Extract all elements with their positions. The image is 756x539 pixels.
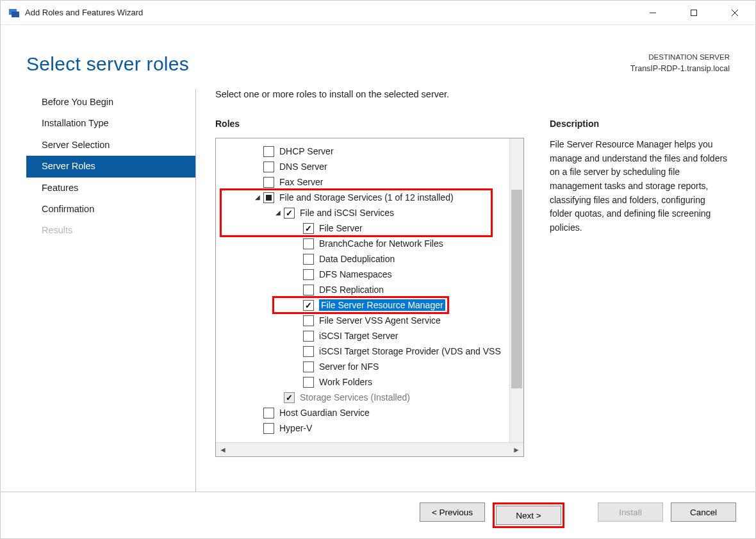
role-label[interactable]: DNS Server — [279, 162, 327, 172]
roles-tree: ▶DHCP Server▶DNS Server▶Fax Server◢File … — [215, 138, 524, 457]
nav-sidebar: Before You BeginInstallation TypeServer … — [26, 89, 196, 492]
destination-server: TransIP-RDP-1.transip.local — [630, 63, 730, 75]
role-label[interactable]: DHCP Server — [279, 146, 334, 156]
role-label[interactable]: Server for NFS — [319, 361, 379, 372]
checkbox[interactable] — [303, 331, 314, 342]
checkbox[interactable] — [303, 285, 314, 295]
checkbox[interactable] — [303, 361, 314, 372]
role-label[interactable]: DFS Namespaces — [319, 269, 392, 279]
role-row[interactable]: ◢File and iSCSI Services — [216, 205, 509, 220]
role-label[interactable]: File and iSCSI Services — [300, 208, 394, 218]
checkbox[interactable] — [303, 269, 314, 280]
columns: Roles ▶DHCP Server▶DNS Server▶Fax Server… — [215, 119, 730, 492]
role-row[interactable]: ▶Work Folders — [216, 374, 509, 390]
previous-button[interactable]: < Previous — [420, 502, 485, 522]
header: Select server roles DESTINATION SERVER T… — [1, 25, 755, 80]
checkbox[interactable] — [263, 423, 274, 434]
role-row[interactable]: ▶DNS Server — [216, 159, 509, 174]
next-button[interactable]: Next > — [496, 506, 561, 525]
role-label[interactable]: Work Folders — [319, 377, 372, 387]
svg-rect-3 — [691, 10, 697, 15]
vertical-scrollbar[interactable] — [509, 138, 523, 442]
role-row[interactable]: ▶DFS Namespaces — [216, 267, 509, 282]
install-button: Install — [598, 502, 663, 522]
roles-heading: Roles — [215, 119, 524, 129]
description-text: File Server Resource Manager helps you m… — [550, 138, 730, 235]
role-label[interactable]: File Server Resource Manager — [319, 299, 445, 311]
instruction-text: Select one or more roles to install on t… — [215, 89, 730, 99]
destination-block: DESTINATION SERVER TransIP-RDP-1.transip… — [630, 52, 730, 75]
role-label[interactable]: File and Storage Services (1 of 12 insta… — [279, 192, 454, 203]
role-row[interactable]: ▶Hyper-V — [216, 420, 509, 436]
window-controls — [632, 1, 755, 25]
checkbox[interactable] — [263, 408, 274, 419]
caret-icon[interactable]: ◢ — [274, 209, 283, 216]
role-row[interactable]: ▶iSCSI Target Storage Provider (VDS and … — [216, 344, 509, 359]
role-label[interactable]: iSCSI Target Server — [319, 331, 398, 341]
checkbox[interactable] — [263, 192, 274, 203]
scrollbar-thumb[interactable] — [511, 190, 522, 388]
role-row[interactable]: ▶DFS Replication — [216, 282, 509, 297]
roles-column: Roles ▶DHCP Server▶DNS Server▶Fax Server… — [215, 119, 524, 492]
scroll-right-icon[interactable]: ► — [509, 443, 523, 457]
role-label[interactable]: Data Deduplication — [319, 254, 395, 264]
cancel-button[interactable]: Cancel — [671, 502, 736, 522]
role-row[interactable]: ▶Server for NFS — [216, 359, 509, 374]
nav-item-before-you-begin[interactable]: Before You Begin — [26, 92, 195, 113]
caret-icon[interactable]: ◢ — [253, 194, 262, 201]
titlebar: Add Roles and Features Wizard — [1, 1, 755, 25]
role-row[interactable]: ▶iSCSI Target Server — [216, 328, 509, 344]
checkbox[interactable] — [263, 177, 274, 188]
close-button[interactable] — [714, 1, 755, 25]
role-row[interactable]: ▶File Server — [216, 220, 509, 236]
role-label[interactable]: Host Guardian Service — [279, 408, 370, 418]
nav-item-features[interactable]: Features — [26, 178, 195, 199]
role-row[interactable]: ▶Fax Server — [216, 174, 509, 190]
checkbox[interactable] — [303, 300, 314, 311]
role-row[interactable]: ▶File Server Resource Manager — [216, 297, 509, 313]
role-label[interactable]: DFS Replication — [319, 285, 384, 295]
role-row[interactable]: ▶Host Guardian Service — [216, 405, 509, 420]
button-bar: < Previous Next > Install Cancel — [1, 492, 755, 538]
role-label[interactable]: Fax Server — [279, 177, 323, 187]
role-label[interactable]: File Server VSS Agent Service — [319, 315, 441, 326]
checkbox[interactable] — [263, 162, 274, 172]
role-row[interactable]: ▶BranchCache for Network Files — [216, 236, 509, 251]
nav-item-results: Results — [26, 220, 195, 241]
nav-item-installation-type[interactable]: Installation Type — [26, 113, 195, 134]
role-row[interactable]: ▶Storage Services (Installed) — [216, 390, 509, 405]
checkbox[interactable] — [303, 223, 314, 234]
nav-item-confirmation[interactable]: Confirmation — [26, 199, 195, 220]
role-label[interactable]: Storage Services (Installed) — [300, 392, 410, 402]
role-label[interactable]: BranchCache for Network Files — [319, 238, 443, 249]
nav-item-server-selection[interactable]: Server Selection — [26, 135, 195, 156]
horizontal-scrollbar[interactable]: ◄ ► — [216, 442, 523, 456]
role-label[interactable]: iSCSI Target Storage Provider (VDS and V… — [319, 346, 501, 356]
role-label[interactable]: File Server — [319, 223, 363, 233]
checkbox[interactable] — [303, 315, 314, 326]
role-label[interactable]: Hyper-V — [279, 423, 312, 433]
scroll-left-icon[interactable]: ◄ — [216, 443, 230, 457]
nav-item-server-roles[interactable]: Server Roles — [26, 156, 195, 177]
page-title: Select server roles — [26, 53, 189, 75]
description-heading: Description — [550, 119, 730, 129]
roles-tree-content[interactable]: ▶DHCP Server▶DNS Server▶Fax Server◢File … — [216, 138, 509, 442]
maximize-button[interactable] — [673, 1, 714, 25]
description-column: Description File Server Resource Manager… — [550, 119, 730, 492]
window-title: Add Roles and Features Wizard — [25, 8, 143, 17]
role-row[interactable]: ▶File Server VSS Agent Service — [216, 313, 509, 328]
checkbox[interactable] — [263, 146, 274, 157]
checkbox[interactable] — [303, 238, 314, 249]
checkbox[interactable] — [303, 254, 314, 265]
role-row[interactable]: ◢File and Storage Services (1 of 12 inst… — [216, 190, 509, 205]
checkbox — [284, 392, 295, 403]
role-row[interactable]: ▶Data Deduplication — [216, 251, 509, 267]
checkbox[interactable] — [284, 208, 295, 219]
role-row[interactable]: ▶DHCP Server — [216, 144, 509, 159]
destination-label: DESTINATION SERVER — [630, 52, 730, 63]
main-panel: Select one or more roles to install on t… — [196, 89, 730, 492]
svg-rect-1 — [12, 12, 19, 17]
minimize-button[interactable] — [632, 1, 673, 25]
checkbox[interactable] — [303, 377, 314, 388]
checkbox[interactable] — [303, 346, 314, 357]
